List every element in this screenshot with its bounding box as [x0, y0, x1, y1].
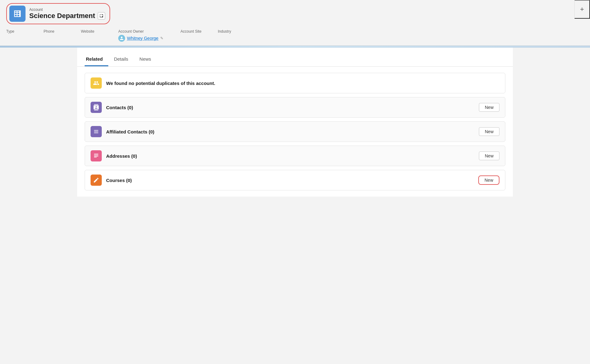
owner-label: Account Owner [118, 29, 180, 34]
duplicate-icon [91, 77, 102, 89]
contacts-new-button[interactable]: New [479, 103, 499, 112]
affiliated-contacts-icon [91, 126, 102, 137]
site-label: Account Site [180, 29, 218, 34]
owner-avatar [118, 35, 125, 42]
courses-section: Courses (0) New [85, 170, 505, 190]
addresses-new-button[interactable]: New [479, 152, 499, 160]
title-block: Account Science Department [29, 7, 105, 20]
contacts-icon [91, 102, 102, 113]
courses-icon [91, 175, 102, 186]
courses-new-button[interactable]: New [478, 175, 499, 185]
duplicate-notice: We found no potential duplicates of this… [85, 73, 505, 93]
meta-phone: Phone [44, 29, 81, 34]
meta-owner: Account Owner Whitney George ✎ [118, 29, 180, 42]
affiliated-contacts-title: Affiliated Contacts (0) [106, 129, 154, 134]
tab-related[interactable]: Related [85, 53, 108, 66]
addresses-section: Addresses (0) New [85, 146, 505, 166]
add-button[interactable]: + [574, 0, 590, 19]
tab-news[interactable]: News [138, 53, 157, 66]
owner-edit-icon[interactable]: ✎ [160, 36, 163, 40]
phone-label: Phone [44, 29, 81, 34]
affiliated-contacts-section: Affiliated Contacts (0) New [85, 121, 505, 142]
header: Account Science Department + Type Phone [0, 0, 590, 46]
type-label: Type [6, 29, 44, 34]
addresses-icon [91, 150, 102, 161]
industry-label: Industry [218, 29, 255, 34]
record-type-label: Account [29, 7, 105, 12]
meta-website: Website [81, 29, 118, 34]
contacts-section: Contacts (0) New [85, 97, 505, 118]
tab-details[interactable]: Details [113, 53, 134, 66]
tab-content: We found no potential duplicates of this… [77, 67, 513, 197]
contacts-title: Contacts (0) [106, 105, 133, 110]
meta-row: Type Phone Website Account Owner Whitney… [6, 27, 584, 45]
main-content: Related Details News We found no potenti… [77, 48, 513, 197]
record-title: Science Department [29, 12, 95, 20]
duplicate-text: We found no potential duplicates of this… [106, 81, 215, 86]
account-icon [9, 6, 26, 22]
website-label: Website [81, 29, 118, 34]
tabs-row: Related Details News [77, 48, 513, 67]
affiliated-contacts-new-button[interactable]: New [479, 127, 499, 136]
meta-site: Account Site [180, 29, 218, 34]
account-highlight-box: Account Science Department [6, 3, 110, 24]
meta-industry: Industry [218, 29, 255, 34]
meta-type: Type [6, 29, 44, 34]
hierarchy-button[interactable] [98, 12, 105, 20]
courses-title: Courses (0) [106, 178, 132, 183]
owner-name[interactable]: Whitney George [127, 36, 158, 41]
addresses-title: Addresses (0) [106, 153, 137, 159]
